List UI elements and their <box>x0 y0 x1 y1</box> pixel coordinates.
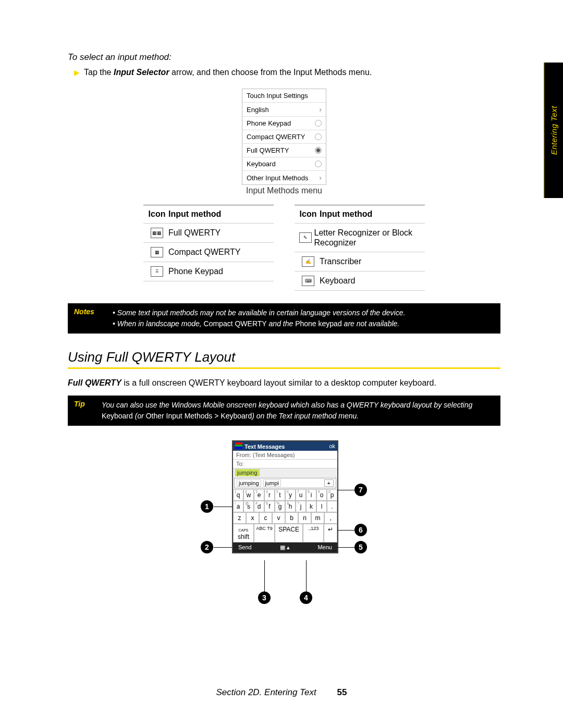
menu-row[interactable]: Other Input Methods› <box>242 170 326 184</box>
keyboard-icon: ⌨ <box>302 276 314 286</box>
callout-5: 5 <box>354 541 367 553</box>
key-p[interactable]: 0p <box>327 489 337 501</box>
phone-titlebar: Text Messages ok <box>233 441 337 451</box>
symbols-key[interactable]: .,123 <box>303 524 324 542</box>
menu-label: Phone Keypad <box>247 119 291 127</box>
send-button[interactable]: Send <box>238 544 252 551</box>
radio-icon <box>315 120 322 127</box>
key-k[interactable]: k <box>306 501 316 512</box>
menu-row[interactable]: Phone Keypad <box>242 116 326 130</box>
key-u[interactable]: 7u <box>296 489 306 501</box>
space-key[interactable]: SPACE <box>275 524 303 542</box>
mode-key[interactable]: ABC T9 <box>254 524 275 542</box>
note-line: are not available. <box>342 319 400 328</box>
right-table: Icon Input method ✎Letter Recognizer or … <box>295 205 425 291</box>
callout-1: 1 <box>201 500 213 513</box>
col-method: Input method <box>320 209 372 218</box>
menu-row[interactable]: Full QWERTY <box>242 143 326 157</box>
key-d[interactable]: #d <box>254 501 264 512</box>
start-icon <box>235 442 242 449</box>
key-a[interactable]: !a <box>233 501 243 512</box>
menu-label: English <box>247 106 269 114</box>
key-o[interactable]: 9o <box>316 489 327 501</box>
bullet-bold: Input Selector <box>114 68 169 77</box>
expand-suggestions[interactable]: + <box>324 479 334 487</box>
key-i[interactable]: 8i <box>306 489 316 501</box>
key-g[interactable]: %g <box>275 501 285 512</box>
lead-line <box>214 507 232 507</box>
lead-line <box>306 560 307 591</box>
key-.[interactable]: . <box>327 501 337 512</box>
bullet-pre: Tap the <box>84 68 114 77</box>
bullet-marker-icon: ▶ <box>74 67 80 78</box>
key-,[interactable]: , <box>324 512 337 524</box>
key-t[interactable]: 5t <box>275 489 285 501</box>
key-f[interactable]: $f <box>264 501 275 512</box>
key-v[interactable]: v <box>272 512 285 524</box>
full-qwerty-icon: ▦▦ <box>151 228 163 238</box>
lead-line <box>337 547 354 548</box>
para-rest: is a full onscreen QWERTY keyboard layou… <box>121 378 436 387</box>
key-m[interactable]: m <box>311 512 324 524</box>
key-e[interactable]: 3e <box>254 489 264 501</box>
key-c[interactable]: c <box>259 512 272 524</box>
key-w[interactable]: 2w <box>243 489 254 501</box>
menu-button[interactable]: Menu <box>317 544 332 551</box>
suggestion[interactable]: jumping <box>237 479 261 487</box>
tip-text: You can also use the Windows Mobile onsc… <box>102 401 472 409</box>
callout-3: 3 <box>258 591 271 604</box>
radio-icon <box>315 147 322 154</box>
lead-line <box>264 560 265 591</box>
typed-text: jumping <box>235 469 260 476</box>
heading-rule <box>68 367 500 369</box>
lead-line <box>337 490 354 490</box>
ok-button[interactable]: ok <box>329 443 335 449</box>
enter-key[interactable]: ↵ <box>324 524 337 542</box>
menu-row[interactable]: Touch Input Settings <box>242 89 326 102</box>
table-row: ⠿Phone Keypad <box>143 262 274 281</box>
compact-qwerty-icon: ▦ <box>151 247 163 257</box>
table-row: ✍Transcriber <box>295 252 425 272</box>
to-field[interactable]: To: <box>233 460 337 468</box>
key-z[interactable]: z <box>233 512 246 524</box>
cell: Full QWERTY <box>168 228 221 238</box>
para-bold: Full QWERTY <box>68 378 121 387</box>
note-line: Some text input methods may not be avail… <box>117 309 406 317</box>
input-selector-icon[interactable]: ▦ ▴ <box>280 544 290 551</box>
shift-key[interactable]: CAPSshift <box>233 524 254 542</box>
menu-label: Keyboard <box>247 160 276 168</box>
callout-6: 6 <box>354 524 367 536</box>
cell: Phone Keypad <box>168 267 223 276</box>
menu-label: Touch Input Settings <box>247 92 308 100</box>
key-s[interactable]: @s <box>243 501 254 512</box>
notes-label: Notes <box>74 307 103 329</box>
key-y[interactable]: 6y <box>285 489 296 501</box>
softkey-bar: Send ▦ ▴ Menu <box>233 542 337 552</box>
key-j[interactable]: ?j <box>296 501 306 512</box>
suggestion[interactable]: jumpi <box>263 479 281 487</box>
key-x[interactable]: x <box>246 512 259 524</box>
key-q[interactable]: 1q <box>233 489 243 501</box>
recognizer-icon: ✎ <box>299 232 312 243</box>
key-r[interactable]: 4r <box>264 489 275 501</box>
col-icon: Icon <box>149 209 166 219</box>
footer-section: Section 2D. Entering Text <box>216 687 316 698</box>
lead-line <box>337 530 354 530</box>
key-n[interactable]: n <box>298 512 311 524</box>
page-number: 55 <box>337 687 347 698</box>
table-row: ✎Letter Recognizer or Block Recognizer <box>295 224 425 252</box>
note-bold: Phone keypad <box>295 319 342 328</box>
page-footer: Section 2D. Entering Text 55 <box>0 687 563 698</box>
menu-row[interactable]: Keyboard <box>242 157 326 170</box>
table-row: ▦▦Full QWERTY <box>143 224 274 243</box>
from-field: From: (Text Messages) <box>233 451 337 460</box>
key-b[interactable]: b <box>285 512 298 524</box>
lead-line <box>214 547 232 548</box>
key-l[interactable]: l <box>316 501 327 512</box>
note-line: When in landscape mode, <box>117 319 204 328</box>
key-h[interactable]: &h <box>285 501 296 512</box>
menu-row[interactable]: Compact QWERTY <box>242 130 326 143</box>
callout-4: 4 <box>300 591 312 604</box>
suggestion-bar[interactable]: jumping jumpi + <box>234 478 336 488</box>
menu-row[interactable]: English› <box>242 102 326 116</box>
